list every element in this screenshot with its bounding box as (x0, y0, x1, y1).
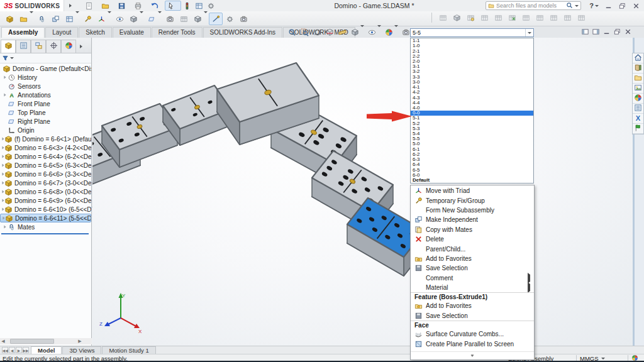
help-button[interactable]: ? (589, 2, 599, 9)
configuration-option[interactable]: 2-0 (411, 59, 533, 64)
section-view-button[interactable] (324, 28, 336, 38)
select-tool-button[interactable] (165, 1, 181, 11)
dock-right-button[interactable] (592, 28, 600, 36)
expand-arrow-icon[interactable] (2, 155, 4, 158)
dropdown-caret-icon[interactable] (94, 0, 98, 11)
search-input[interactable]: Search files and models (486, 1, 581, 10)
command-tab[interactable]: SOLIDWORKS Add-Ins (203, 27, 282, 38)
configuration-option[interactable]: 1-0 (411, 43, 533, 48)
table-tool-3-button[interactable] (464, 13, 477, 23)
xpress-products-button[interactable] (181, 1, 193, 11)
dropdown-caret-icon[interactable] (216, 0, 220, 11)
dropdown-caret-icon[interactable] (75, 13, 79, 25)
minimize-button[interactable] (604, 1, 613, 10)
tree-item[interactable]: Right Plane (0, 117, 91, 126)
component-preview-button[interactable] (48, 13, 62, 25)
tree-item[interactable]: (f) Domino = 6-6<1> (Default<<D (0, 134, 91, 143)
tree-item[interactable]: Domino = 6-6<10> (6-5<<Default (0, 205, 91, 214)
dropdown-caret-icon[interactable] (176, 0, 180, 11)
scroll-left-button[interactable]: ◀ (0, 338, 6, 344)
tree-item[interactable]: A Annotations (0, 90, 91, 99)
table-tool-5-button[interactable] (491, 13, 505, 23)
context-menu-item[interactable]: Temporary Fix/Group (411, 195, 534, 205)
context-menu-item[interactable]: Material (411, 283, 534, 292)
dropdown-caret-icon[interactable] (158, 13, 162, 25)
displaymanager-tab[interactable] (61, 40, 76, 53)
dropdown-caret-icon[interactable] (377, 27, 381, 38)
context-menu-item[interactable]: Add to Favorites (411, 301, 534, 310)
tree-item[interactable]: History (0, 73, 91, 82)
dropdown-caret-icon[interactable] (108, 13, 111, 25)
configuration-option[interactable]: 6-4 (411, 162, 533, 167)
configuration-option[interactable]: 4-3 (411, 95, 533, 100)
configuration-option[interactable]: 1-1 (411, 38, 533, 43)
configuration-option[interactable]: 3-0 (411, 80, 533, 85)
previous-view-button[interactable] (311, 28, 323, 38)
context-menu-item[interactable]: Copy with Mates (411, 225, 534, 234)
configuration-option[interactable]: 3-3 (411, 75, 533, 80)
expand-arrow-icon[interactable] (2, 190, 4, 194)
expand-arrow-icon[interactable] (2, 172, 4, 176)
search-icon[interactable] (566, 0, 573, 11)
dropdown-caret-icon[interactable] (30, 13, 33, 25)
configuration-option[interactable]: 3-1 (411, 64, 533, 69)
next-tab-button[interactable]: ▶ (16, 347, 22, 353)
edit-appearance-button[interactable] (383, 28, 399, 38)
smart-fasteners-button[interactable] (80, 13, 94, 25)
combobox-dropdown-button[interactable] (525, 29, 533, 36)
configurationmanager-tab[interactable] (31, 40, 46, 53)
dropdown-caret-icon[interactable] (160, 0, 164, 11)
subscription-services-tab[interactable] (633, 124, 643, 134)
document-tab[interactable]: Motion Study 1 (102, 346, 155, 354)
configuration-option[interactable]: 3-2 (411, 69, 533, 74)
quick-tips-icon[interactable] (631, 354, 638, 362)
hide-show-items-button[interactable] (366, 28, 382, 38)
tabs-overflow-button[interactable] (77, 40, 85, 53)
command-tab[interactable]: Sketch (79, 27, 112, 38)
tree-item[interactable]: Sensors (0, 82, 91, 90)
design-table-button[interactable] (436, 13, 450, 23)
undo-button[interactable] (148, 1, 165, 11)
save-button[interactable] (116, 1, 132, 11)
tree-item[interactable]: Domino = 6-6<11> (5-5<<Default (0, 214, 91, 222)
tree-item[interactable]: Domino = 6-6<7> (3-0<<Default> (0, 178, 91, 187)
tree-item[interactable]: Domino = 6-6<5> (6-3<<Default> (0, 161, 91, 170)
configuration-option[interactable]: 5-5 (411, 136, 533, 141)
context-menu-item[interactable]: Create Plane Parallel to Screen (411, 339, 534, 348)
tree-item[interactable]: Domino = 6-6<6> (3-3<<Default> (0, 170, 91, 178)
first-tab-button[interactable]: ◀◀ (2, 347, 8, 353)
context-menu-item[interactable]: Feature (Boss-Extrude1) (411, 292, 534, 301)
dropdown-caret-icon[interactable] (111, 0, 114, 11)
last-tab-button[interactable]: ▶▶ (23, 347, 29, 353)
table-tool-10-button[interactable] (560, 13, 574, 23)
search-options-caret-icon[interactable] (575, 5, 579, 7)
configuration-option[interactable]: 6-5 (411, 167, 533, 172)
zoom-to-area-button[interactable] (299, 28, 311, 38)
expand-arrow-icon[interactable] (3, 216, 5, 220)
expand-arrow-icon[interactable] (2, 146, 4, 150)
insert-components-button[interactable] (16, 13, 35, 25)
expand-arrow-icon[interactable] (2, 199, 4, 202)
prev-tab-button[interactable]: ◀ (9, 347, 15, 353)
minimize-document-button[interactable] (602, 28, 611, 36)
excel-table-button[interactable] (505, 13, 519, 23)
show-hidden-components-button[interactable] (113, 13, 126, 25)
configuration-option[interactable]: 4-2 (411, 90, 533, 95)
tree-item[interactable]: Domino = 6-6<9> (6-0<<Default> (0, 196, 91, 205)
restore-button[interactable] (618, 1, 626, 10)
expand-arrow-icon[interactable] (2, 75, 8, 79)
tree-filter[interactable] (0, 53, 91, 63)
dropdown-caret-icon[interactable] (204, 13, 208, 25)
close-document-button[interactable] (624, 28, 632, 36)
mate-button[interactable] (35, 13, 48, 25)
featuremanager-tab[interactable] (1, 40, 16, 53)
zoom-to-fit-button[interactable] (286, 28, 298, 38)
configuration-option[interactable]: 0-0 (411, 111, 533, 116)
configuration-option[interactable]: 5-3 (411, 126, 533, 131)
context-menu-item[interactable]: Save Selection (411, 263, 534, 273)
dropdown-caret-icon[interactable] (140, 13, 143, 25)
context-menu-item[interactable]: Add to Favorites (411, 254, 534, 263)
scroll-right-button[interactable]: ▶ (77, 338, 83, 344)
tree-item[interactable]: Domino = 6-6<8> (0-0<<Default> (0, 187, 91, 196)
instant3d-button[interactable] (209, 13, 223, 25)
